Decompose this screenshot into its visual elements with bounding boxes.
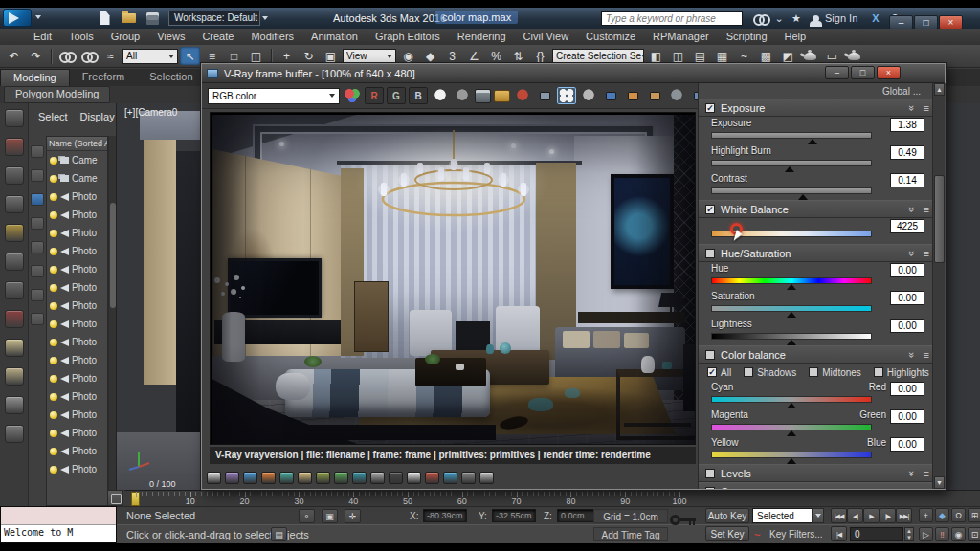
stamp-button[interactable] [645,87,664,104]
timeline-ruler[interactable]: 102030405060708090100 [124,490,980,506]
nav-icon-8[interactable]: ⊡ [968,527,980,541]
section-header-levels[interactable]: Levels»≡ [699,465,934,482]
spreadsheet-icon[interactable] [5,195,24,213]
scene-item-camera[interactable]: Came [47,169,107,187]
maxscript-mini-listener[interactable]: Welcome to M [0,506,117,543]
vfb-image-area[interactable] [210,112,696,445]
macro-recorder-pane[interactable] [1,507,116,525]
teapot-icon[interactable] [5,425,24,443]
pixel-information-button[interactable] [579,87,598,104]
vfb-tool-icon-11[interactable] [389,472,403,484]
scene-item-light[interactable]: Photo [47,460,107,478]
unlink-selection-icon[interactable] [78,47,99,65]
time-slider-label[interactable]: 0 / 100 [149,479,176,489]
section-menu-icon[interactable]: ≡ [924,204,929,215]
view-clamped-colors-button[interactable] [623,87,642,104]
y-coordinate-field[interactable]: -32.55cm [492,509,536,522]
collapse-chevron-icon[interactable]: » [906,248,918,259]
scrollbar-thumb[interactable] [110,203,116,308]
workspace-dropdown[interactable]: Workspace: Default [168,11,260,26]
nav-icon-3[interactable]: Ω [951,508,966,522]
vfb-tool-icon-3[interactable] [243,472,257,484]
dome-icon[interactable] [5,367,24,386]
render-preview-icon[interactable] [5,138,24,156]
menu-animation[interactable]: Animation [302,29,367,45]
reference-coordinate-dropdown[interactable]: View [343,49,396,64]
playback-button-3[interactable]: |▶ [880,508,896,523]
red-channel-button[interactable]: R [365,87,384,104]
scene-item-light[interactable]: Photo [47,387,107,406]
nav-icon-2[interactable]: ◆ [935,508,949,522]
nav-icon-5[interactable]: ▷ [919,527,933,541]
workspace-dropdown-icon[interactable] [262,16,268,20]
slider-track[interactable] [711,424,872,430]
vfb-tool-icon-7[interactable] [316,472,330,484]
redo-icon[interactable]: ↷ [26,47,46,65]
menu-civil-view[interactable]: Civil View [515,29,577,45]
sphere-icon[interactable] [5,396,24,414]
time-tag-icon[interactable]: ▤ [271,527,287,541]
load-image-button[interactable] [494,90,510,102]
search-icon[interactable] [750,11,769,26]
checkbox-shadows[interactable] [744,367,753,377]
key-mode-dropdown[interactable]: Selected [752,508,819,523]
add-time-tag[interactable]: Add Time Tag [593,527,668,541]
slider-track[interactable] [711,452,872,458]
slider-track[interactable] [711,187,872,194]
helpers-filter-icon[interactable] [31,241,44,253]
vfb-close-button[interactable]: × [877,66,901,79]
select-link-icon[interactable] [56,47,77,65]
lights-filter-icon[interactable] [31,193,44,206]
scene-item-light[interactable]: Photo [47,351,107,369]
go-to-start-button[interactable]: |◀ [831,526,847,541]
collapse-chevron-icon[interactable]: » [906,349,918,361]
menu-modifiers[interactable]: Modifiers [242,29,302,45]
sign-in-link[interactable]: Sign In [825,11,858,26]
name-column-header[interactable]: Name (Sorted Ascer [47,137,107,151]
slider-track[interactable] [711,333,872,340]
vfb-tool-icon-1[interactable] [207,472,221,484]
slider-track[interactable] [711,305,872,312]
checkbox-color-balance[interactable] [705,350,715,360]
menu-rpmanager[interactable]: RPManager [644,29,718,45]
key-filters-button[interactable]: Key Filters... [769,529,823,540]
close-button[interactable]: × [939,15,963,30]
vfb-tool-icon-12[interactable] [407,472,421,484]
mode-midtones[interactable]: Midtones [809,367,861,378]
geometry-filter-icon[interactable] [31,145,44,158]
section-menu-icon[interactable]: ≡ [924,102,929,114]
clear-image-button[interactable] [513,87,532,104]
blue-channel-button[interactable]: B [409,87,428,104]
nav-icon-4[interactable]: ⊞ [968,508,980,522]
slider-value-field[interactable]: 1.38 [890,118,924,132]
slider-value-field[interactable]: 4225 [890,219,924,233]
spacewarps-filter-icon[interactable] [31,265,44,277]
open-file-icon[interactable] [120,11,137,26]
save-image-button[interactable] [475,89,491,103]
force-color-clamping-button[interactable] [601,87,620,104]
select-tool-icon[interactable] [5,109,24,127]
alpha-channel-button[interactable] [453,87,472,104]
menu-create[interactable]: Create [193,29,242,45]
scroll-down-icon[interactable]: ▼ [934,476,945,489]
section-menu-icon[interactable]: ≡ [924,349,929,361]
z-coordinate-field[interactable]: 0.0cm [557,509,597,522]
tab-freeform[interactable]: Freeform [70,69,138,86]
scene-item-camera[interactable]: Came [47,151,107,169]
scene-item-light[interactable]: Photo [47,278,107,297]
menu-tools[interactable]: Tools [60,29,102,45]
mode-shadows[interactable]: Shadows [744,367,796,378]
collapse-chevron-icon[interactable]: » [906,468,918,479]
color-corrections-button[interactable] [557,87,576,104]
explorer-menu-select[interactable]: Select [38,111,68,130]
scene-item-light[interactable]: Photo [47,187,107,206]
section-header-hue-saturation[interactable]: Hue/Saturation»≡ [699,245,934,262]
collapse-chevron-icon[interactable]: » [906,486,918,490]
named-selection-set-dropdown[interactable]: Create Selection Se [552,49,644,64]
list-view-icon[interactable] [5,166,24,185]
menu-graph-editors[interactable]: Graph Editors [367,29,449,45]
playback-button-2[interactable]: ▶ [863,508,880,523]
selection-filter-dropdown[interactable]: All [122,49,178,64]
green-channel-button[interactable]: G [387,87,406,104]
selection-lock-icon[interactable]: ▣ [322,509,338,523]
